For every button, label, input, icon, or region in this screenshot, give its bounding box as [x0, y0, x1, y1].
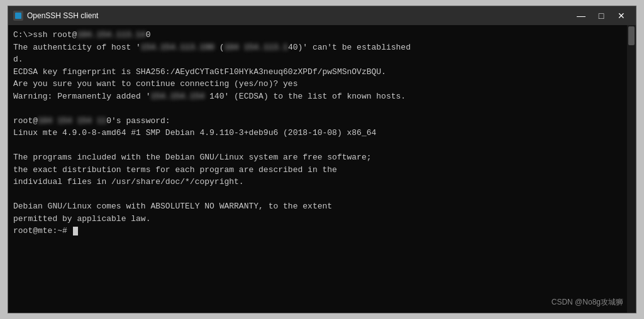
redacted-ip: 104 154.113.1 — [224, 41, 287, 54]
terminal-window: OpenSSH SSH client — □ ✕ C:\>ssh root@10… — [8, 6, 636, 313]
terminal-line — [13, 102, 631, 115]
terminal-prompt: root@mte:~# — [13, 225, 631, 237]
terminal-line: C:\>ssh root@104.154.113.140 — [13, 29, 631, 41]
window-title: OpenSSH SSH client — [27, 11, 98, 20]
title-bar: OpenSSH SSH client — □ ✕ — [8, 6, 636, 25]
scrollbar-thumb[interactable] — [628, 26, 635, 45]
minimize-button[interactable]: — — [572, 9, 591, 22]
redacted-ip: 154.154.154 — [150, 90, 204, 103]
terminal-line: Are you sure you want to continue connec… — [13, 78, 631, 90]
watermark: CSDN @No8g攻城狮 — [552, 296, 623, 308]
terminal-line: The programs included with the Debian GN… — [13, 151, 631, 164]
maximize-button[interactable]: □ — [592, 9, 611, 22]
redacted-ip: 104.154.113.14 — [77, 29, 145, 41]
terminal-line — [13, 139, 631, 152]
terminal-line: the exact distribution terms for each pr… — [13, 164, 631, 176]
scrollbar[interactable] — [627, 25, 636, 313]
terminal-line: ECDSA key fingerprint is SHA256:/AEydCYT… — [13, 66, 631, 78]
terminal-line: d. — [13, 53, 631, 66]
title-bar-left: OpenSSH SSH client — [13, 11, 98, 21]
close-button[interactable]: ✕ — [612, 9, 631, 22]
terminal-line: individual files in /usr/share/doc/*/cop… — [13, 176, 631, 188]
cursor — [73, 227, 78, 235]
window-controls: — □ ✕ — [572, 9, 631, 22]
terminal-line: permitted by applicable law. — [13, 213, 631, 225]
terminal-line: root@104 154 154 110's password: — [13, 115, 631, 127]
terminal-line: Debian GNU/Linux comes with ABSOLUTELY N… — [13, 200, 631, 213]
redacted-ip: 154.154.113.190 — [141, 41, 214, 54]
terminal-line — [13, 188, 631, 201]
app-icon — [13, 11, 23, 21]
redacted-ip: 104 154 154 11 — [38, 115, 106, 127]
terminal-line: The authenticity of host '154.154.113.19… — [13, 41, 631, 54]
terminal-output[interactable]: C:\>ssh root@104.154.113.140 The authent… — [8, 25, 636, 313]
terminal-line: Warning: Permanently added '154.154.154 … — [13, 90, 631, 103]
terminal-line: Linux mte 4.9.0-8-amd64 #1 SMP Debian 4.… — [13, 127, 631, 139]
